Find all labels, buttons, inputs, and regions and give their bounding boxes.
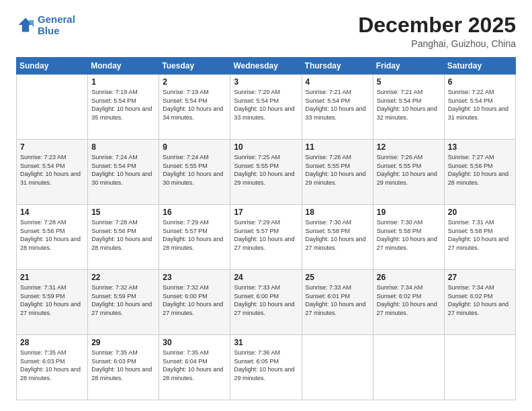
day-info: Sunrise: 7:21 AMSunset: 5:54 PMDaylight:… xyxy=(306,88,369,122)
day-number: 27 xyxy=(448,273,512,282)
day-number: 22 xyxy=(91,273,155,282)
day-number: 31 xyxy=(234,338,298,347)
calendar-cell: 16Sunrise: 7:29 AMSunset: 5:57 PMDayligh… xyxy=(159,205,230,270)
calendar-header-row: Sunday Monday Tuesday Wednesday Thursday… xyxy=(17,58,516,75)
day-number: 7 xyxy=(20,142,84,152)
day-number: 21 xyxy=(20,273,84,282)
calendar-cell: 22Sunrise: 7:32 AMSunset: 5:59 PMDayligh… xyxy=(88,270,159,335)
day-number: 10 xyxy=(234,142,298,152)
day-info: Sunrise: 7:34 AMSunset: 6:02 PMDaylight:… xyxy=(448,283,512,317)
day-number: 5 xyxy=(377,77,441,87)
day-info: Sunrise: 7:19 AMSunset: 5:54 PMDaylight:… xyxy=(163,88,226,122)
day-info: Sunrise: 7:29 AMSunset: 5:57 PMDaylight:… xyxy=(163,218,226,252)
day-number: 20 xyxy=(448,208,512,217)
col-friday: Friday xyxy=(373,58,444,75)
day-info: Sunrise: 7:24 AMSunset: 5:55 PMDaylight:… xyxy=(163,153,226,187)
day-info: Sunrise: 7:26 AMSunset: 5:55 PMDaylight:… xyxy=(306,153,369,187)
day-number: 6 xyxy=(448,77,512,87)
svg-marker-0 xyxy=(19,18,33,32)
day-info: Sunrise: 7:35 AMSunset: 6:04 PMDaylight:… xyxy=(163,349,226,382)
day-number: 15 xyxy=(91,208,155,217)
day-number: 24 xyxy=(234,273,298,282)
calendar-table: Sunday Monday Tuesday Wednesday Thursday… xyxy=(16,57,516,400)
calendar-cell: 21Sunrise: 7:31 AMSunset: 5:59 PMDayligh… xyxy=(17,270,88,335)
col-tuesday: Tuesday xyxy=(159,58,230,75)
day-info: Sunrise: 7:33 AMSunset: 6:00 PMDaylight:… xyxy=(234,283,298,317)
calendar-cell xyxy=(444,335,515,400)
day-number: 23 xyxy=(163,273,226,282)
calendar-cell: 9Sunrise: 7:24 AMSunset: 5:55 PMDaylight… xyxy=(159,140,230,205)
day-number: 26 xyxy=(377,273,441,282)
logo: General Blue xyxy=(16,13,75,37)
calendar-cell: 30Sunrise: 7:35 AMSunset: 6:04 PMDayligh… xyxy=(159,335,230,400)
day-info: Sunrise: 7:26 AMSunset: 5:55 PMDaylight:… xyxy=(377,153,441,187)
col-thursday: Thursday xyxy=(302,58,373,75)
day-info: Sunrise: 7:24 AMSunset: 5:54 PMDaylight:… xyxy=(91,153,155,187)
col-saturday: Saturday xyxy=(444,58,515,75)
calendar-cell: 7Sunrise: 7:23 AMSunset: 5:54 PMDaylight… xyxy=(17,140,88,205)
day-info: Sunrise: 7:28 AMSunset: 5:56 PMDaylight:… xyxy=(91,218,155,252)
day-info: Sunrise: 7:36 AMSunset: 6:05 PMDaylight:… xyxy=(234,349,298,382)
calendar-cell: 29Sunrise: 7:35 AMSunset: 6:03 PMDayligh… xyxy=(88,335,159,400)
day-info: Sunrise: 7:27 AMSunset: 5:56 PMDaylight:… xyxy=(448,153,512,187)
calendar-cell: 28Sunrise: 7:35 AMSunset: 6:03 PMDayligh… xyxy=(17,335,88,400)
logo-icon xyxy=(16,15,35,34)
day-number: 2 xyxy=(163,77,226,87)
col-sunday: Sunday xyxy=(17,58,88,75)
logo-text: General Blue xyxy=(38,13,75,37)
calendar-cell: 27Sunrise: 7:34 AMSunset: 6:02 PMDayligh… xyxy=(444,270,515,335)
calendar-cell: 17Sunrise: 7:29 AMSunset: 5:57 PMDayligh… xyxy=(230,205,302,270)
day-info: Sunrise: 7:21 AMSunset: 5:54 PMDaylight:… xyxy=(377,88,441,122)
day-number: 28 xyxy=(20,338,84,347)
day-info: Sunrise: 7:23 AMSunset: 5:54 PMDaylight:… xyxy=(20,153,84,187)
day-number: 1 xyxy=(91,77,155,87)
day-number: 17 xyxy=(234,208,298,217)
calendar-row-3: 21Sunrise: 7:31 AMSunset: 5:59 PMDayligh… xyxy=(17,270,516,335)
day-number: 30 xyxy=(163,338,226,347)
calendar-cell: 11Sunrise: 7:26 AMSunset: 5:55 PMDayligh… xyxy=(302,140,373,205)
calendar-cell: 1Sunrise: 7:19 AMSunset: 5:54 PMDaylight… xyxy=(88,75,159,140)
day-info: Sunrise: 7:34 AMSunset: 6:02 PMDaylight:… xyxy=(377,283,441,317)
calendar-row-4: 28Sunrise: 7:35 AMSunset: 6:03 PMDayligh… xyxy=(17,335,516,400)
calendar-cell: 25Sunrise: 7:33 AMSunset: 6:01 PMDayligh… xyxy=(302,270,373,335)
calendar-cell xyxy=(373,335,444,400)
calendar-row-0: 1Sunrise: 7:19 AMSunset: 5:54 PMDaylight… xyxy=(17,75,516,140)
day-info: Sunrise: 7:31 AMSunset: 5:58 PMDaylight:… xyxy=(448,218,512,252)
calendar-cell: 5Sunrise: 7:21 AMSunset: 5:54 PMDaylight… xyxy=(373,75,444,140)
calendar-cell: 18Sunrise: 7:30 AMSunset: 5:58 PMDayligh… xyxy=(302,205,373,270)
calendar-cell: 19Sunrise: 7:30 AMSunset: 5:58 PMDayligh… xyxy=(373,205,444,270)
calendar-cell: 4Sunrise: 7:21 AMSunset: 5:54 PMDaylight… xyxy=(302,75,373,140)
day-info: Sunrise: 7:33 AMSunset: 6:01 PMDaylight:… xyxy=(306,283,369,317)
day-number: 16 xyxy=(163,208,226,217)
day-info: Sunrise: 7:35 AMSunset: 6:03 PMDaylight:… xyxy=(20,349,84,382)
calendar-cell: 2Sunrise: 7:19 AMSunset: 5:54 PMDaylight… xyxy=(159,75,230,140)
page: General Blue December 2025 Panghai, Guiz… xyxy=(0,0,532,411)
col-wednesday: Wednesday xyxy=(230,58,302,75)
day-number: 3 xyxy=(234,77,298,87)
calendar-cell: 10Sunrise: 7:25 AMSunset: 5:55 PMDayligh… xyxy=(230,140,302,205)
calendar-cell: 14Sunrise: 7:28 AMSunset: 5:56 PMDayligh… xyxy=(17,205,88,270)
day-info: Sunrise: 7:32 AMSunset: 5:59 PMDaylight:… xyxy=(91,283,155,317)
day-info: Sunrise: 7:32 AMSunset: 6:00 PMDaylight:… xyxy=(163,283,226,317)
day-number: 8 xyxy=(91,142,155,152)
day-info: Sunrise: 7:20 AMSunset: 5:54 PMDaylight:… xyxy=(234,88,298,122)
calendar-cell: 23Sunrise: 7:32 AMSunset: 6:00 PMDayligh… xyxy=(159,270,230,335)
day-info: Sunrise: 7:19 AMSunset: 5:54 PMDaylight:… xyxy=(91,88,155,122)
day-info: Sunrise: 7:25 AMSunset: 5:55 PMDaylight:… xyxy=(234,153,298,187)
month-title: December 2025 xyxy=(358,13,516,37)
day-number: 9 xyxy=(163,142,226,152)
day-info: Sunrise: 7:22 AMSunset: 5:54 PMDaylight:… xyxy=(448,88,512,122)
day-number: 11 xyxy=(306,142,369,152)
calendar-row-1: 7Sunrise: 7:23 AMSunset: 5:54 PMDaylight… xyxy=(17,140,516,205)
header: General Blue December 2025 Panghai, Guiz… xyxy=(16,13,516,49)
calendar-cell: 13Sunrise: 7:27 AMSunset: 5:56 PMDayligh… xyxy=(444,140,515,205)
calendar-row-2: 14Sunrise: 7:28 AMSunset: 5:56 PMDayligh… xyxy=(17,205,516,270)
day-number: 14 xyxy=(20,208,84,217)
location: Panghai, Guizhou, China xyxy=(358,38,516,49)
day-number: 4 xyxy=(306,77,369,87)
calendar-cell xyxy=(302,335,373,400)
day-number: 19 xyxy=(377,208,441,217)
calendar-cell: 12Sunrise: 7:26 AMSunset: 5:55 PMDayligh… xyxy=(373,140,444,205)
calendar-cell: 6Sunrise: 7:22 AMSunset: 5:54 PMDaylight… xyxy=(444,75,515,140)
day-info: Sunrise: 7:29 AMSunset: 5:57 PMDaylight:… xyxy=(234,218,298,252)
